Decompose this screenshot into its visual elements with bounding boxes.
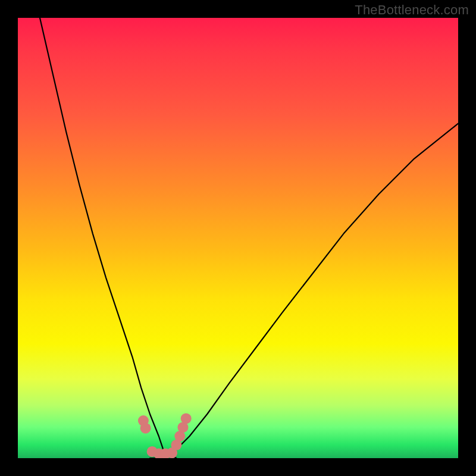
plot-area — [18, 18, 458, 458]
right-branch-curve — [150, 124, 458, 458]
chart-frame: TheBottleneck.com — [0, 0, 476, 476]
highlight-point — [140, 423, 151, 434]
watermark-text: TheBottleneck.com — [355, 2, 469, 18]
curves-layer — [18, 18, 458, 458]
highlight-point — [181, 413, 192, 424]
left-branch-curve — [40, 18, 176, 458]
highlight-markers — [138, 413, 192, 458]
